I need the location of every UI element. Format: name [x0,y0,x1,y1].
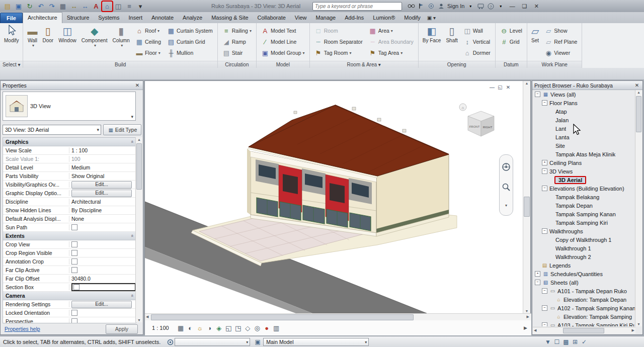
communication-center-icon[interactable] [426,2,436,11]
property-value[interactable] [69,224,136,230]
apply-button[interactable]: Apply [106,324,138,334]
tab-lumion-[interactable]: Lumion® [368,13,399,23]
grid-button[interactable]: #Grid [498,36,524,47]
worksets-combo[interactable]: ▾ [175,338,250,346]
property-value[interactable] [69,258,136,265]
expand-icon[interactable]: + [542,160,547,165]
main-model-combo[interactable]: Main Model ▾ [263,338,369,346]
worksets-icon[interactable] [166,338,175,346]
annotation-crop-checkbox[interactable] [71,258,77,265]
model-group-button[interactable]: ▣Model Group▾ [259,47,307,58]
filter-icon[interactable]: ▼ [543,338,552,346]
steering-wheel-icon[interactable] [502,162,511,171]
ribbon-panel-label-work-plane[interactable]: Work Plane [527,61,582,68]
column-button[interactable]: ▮Column ▾ [110,24,131,48]
show-button[interactable]: ▱Show [542,25,579,36]
tab-insert[interactable]: Insert [124,13,147,23]
modify-state-dropdown[interactable]: ▣ ▾ [427,13,436,23]
property-value[interactable] [69,283,136,291]
property-value[interactable]: 100 [69,156,136,162]
ramp-button[interactable]: ◢Ramp [220,36,254,47]
tab-analyze[interactable]: Analyze [178,13,207,23]
tree-item-sheets-all-[interactable]: −▧Sheets (all) [533,278,635,287]
sign-in-dropdown-arrow[interactable]: ▾ [465,2,475,11]
dormer-button[interactable]: ⌂Dormer [461,47,493,58]
curtain-grid-button[interactable]: ▤Curtain Grid [165,36,215,47]
tree-item-copy-of-walkthrough-1[interactable]: Copy of Walkthrough 1 [533,235,635,244]
tree-item-a101-tampak-depan-ruko[interactable]: −▭A101 - Tampak Depan Ruko [533,287,635,295]
property-value[interactable]: Edit... [69,181,136,189]
ribbon-panel-label-model[interactable]: Model [257,61,309,68]
modify-button[interactable]: Modify [2,24,21,44]
tab-architecture[interactable]: Architecture [23,12,62,23]
print-icon[interactable]: ▦ [58,2,68,11]
qat-customize-arrow[interactable]: ▾ [135,2,145,11]
tab-annotate[interactable]: Annotate [147,13,178,23]
tree-item-tampak-samping-kanan[interactable]: Tampak Samping Kanan [533,210,635,218]
tree-item-3d-aerial[interactable]: 3D Aerial [533,176,635,184]
section-collapse-icon[interactable]: « [129,140,134,143]
subscription-icon[interactable] [416,2,426,11]
minimize-button[interactable]: — [507,2,518,11]
collapse-icon[interactable]: − [535,92,540,97]
select-underlay-icon[interactable]: ▩ [561,338,571,346]
property-value[interactable] [69,250,136,256]
drawing-canvas[interactable]: ⌂ FRONT RIGHT — ◱ ✕ ▾ [145,81,524,313]
drag-on-selection-icon[interactable]: ✓ [580,338,589,346]
section-icon[interactable]: ◫ [113,2,123,11]
set-button[interactable]: ▱Set [529,24,541,44]
tree-item-tampak-samping-kiri[interactable]: Tampak Samping Kiri [533,218,635,227]
collapse-icon[interactable]: − [542,186,547,191]
tab-manage[interactable]: Manage [311,13,340,23]
crop-region-visible-checkbox[interactable] [71,250,77,256]
tab-massing-site[interactable]: Massing & Site [207,13,253,23]
tree-item-a102-tampak-samping-kanan-r[interactable]: −▭A102 - Tampak Samping Kanan R [533,304,635,312]
tree-item-elevations-building-elevation-[interactable]: −Elevations (Building Elevation) [533,184,635,193]
property-value[interactable]: Medium [69,164,136,170]
area-button[interactable]: ▦Area▾ [367,25,416,36]
tree-item-3d-views[interactable]: −3D Views [533,167,635,176]
tab-view[interactable]: View [290,13,311,23]
tree-item-tampak-depan[interactable]: Tampak Depan [533,201,635,210]
property-value[interactable]: Architectural [69,199,136,205]
ribbon-panel-label-datum[interactable]: Datum [496,61,527,68]
zoom-icon[interactable] [502,183,511,192]
project-browser-header[interactable]: Project Browser - Ruko Surabaya ✕ [532,81,642,90]
account-icon[interactable] [436,2,446,11]
tab-modify[interactable]: Modify [399,13,425,23]
project-browser-hscrollbar[interactable]: ◀ ▶ [533,327,635,334]
ref-plane-button[interactable]: ▱Ref Plane [542,36,579,47]
collapse-icon[interactable]: − [542,305,547,311]
undo-icon[interactable]: ↶ [36,2,46,11]
section-collapse-icon[interactable]: « [129,294,134,297]
tree-item-tampak-atas-meja-klinik[interactable]: Tampak Atas Meja Klinik [533,150,635,158]
tree-item-jalan[interactable]: Jalan [533,116,635,124]
text-note-icon[interactable]: A [91,2,101,11]
by-face-button[interactable]: ◧By Face [421,24,443,44]
property-value[interactable]: Edit... [69,301,136,308]
property-value[interactable] [69,318,136,323]
tag-area-button[interactable]: ⚑Tag Area▾ [367,47,416,58]
tab-file[interactable]: File [0,13,23,23]
visual-style-icon[interactable]: ◐ [186,323,195,332]
property-value[interactable]: Show Original [69,173,136,179]
tab-collaborate[interactable]: Collaborate [253,13,290,23]
view-scale-button[interactable]: 1 : 100 [152,325,169,331]
collapse-icon[interactable]: − [542,100,547,106]
properties-section-camera[interactable]: Camera« [3,292,136,300]
door-button[interactable]: ▯Door [40,24,55,44]
tree-item-elevation-tampak-depan[interactable]: ⌂Elevation: Tampak Depan [533,295,635,304]
collapse-icon[interactable]: − [542,168,547,174]
maximize-button[interactable]: ❏ [519,2,530,11]
floor-button[interactable]: ▬Floor▾ [133,47,163,58]
viewbar-expand-arrow[interactable]: ▶ [524,325,527,330]
view-selector-combo[interactable]: 3D View: 3D Aerial ▾ [3,125,101,135]
perspective-checkbox[interactable] [71,318,77,323]
edit-button[interactable]: Edit... [71,301,132,308]
tab-structure[interactable]: Structure [62,13,94,23]
lock-view-icon[interactable]: ◇ [243,323,253,332]
close-button[interactable]: ✕ [531,2,542,11]
property-value[interactable]: None [69,216,136,222]
measure-icon[interactable]: ↔ [69,2,79,11]
window-button[interactable]: ◫Window [56,24,78,44]
